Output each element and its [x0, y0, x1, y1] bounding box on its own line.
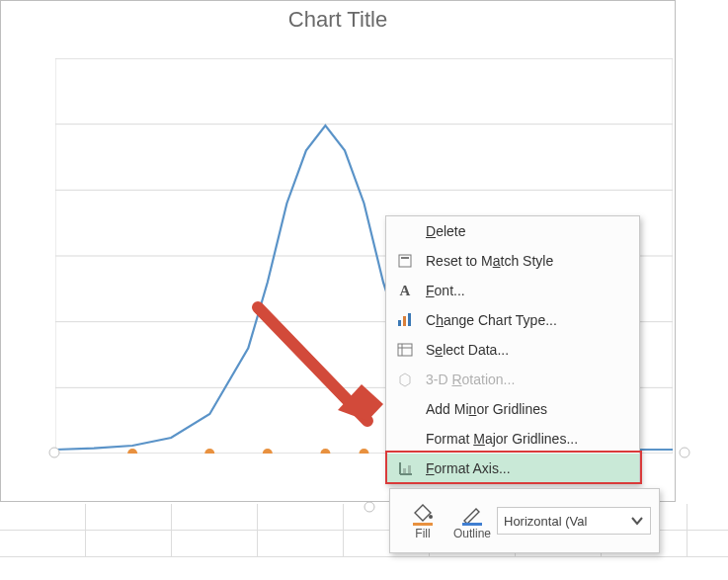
mini-toolbar: Fill Outline Horizontal (Val [389, 488, 660, 553]
chart-type-icon [394, 310, 416, 330]
blank-icon [394, 399, 416, 419]
fill-button[interactable]: Fill [398, 493, 447, 548]
svg-rect-36 [398, 320, 401, 326]
reset-icon [394, 251, 416, 271]
outline-button[interactable]: Outline [447, 493, 497, 548]
svg-rect-38 [408, 313, 411, 326]
chart-element-selector[interactable]: Horizontal (Val [497, 507, 651, 535]
svg-point-26 [263, 449, 273, 454]
context-menu: Delete Reset to Match Style A Font... Ch… [385, 215, 640, 484]
menu-format-major-gridlines[interactable]: Format Major Gridlines... [386, 424, 639, 454]
svg-point-28 [360, 449, 369, 454]
outline-pen-icon [458, 501, 486, 527]
cube-icon [394, 370, 416, 389]
svg-point-25 [204, 449, 214, 454]
font-icon: A [394, 281, 416, 300]
svg-rect-48 [413, 523, 433, 526]
svg-rect-39 [398, 344, 412, 356]
menu-delete[interactable]: Delete [386, 216, 639, 246]
chart-element-selector-value: Horizontal (Val [504, 514, 587, 529]
fill-label: Fill [415, 527, 430, 540]
svg-point-31 [680, 448, 689, 457]
select-data-icon [394, 340, 416, 360]
svg-point-47 [429, 515, 433, 519]
svg-rect-45 [403, 468, 406, 473]
axis-icon [394, 458, 416, 478]
chevron-down-icon [630, 514, 644, 528]
menu-format-axis[interactable]: Format Axis... [386, 454, 639, 483]
menu-reset-match-style[interactable]: Reset to Match Style [386, 246, 639, 276]
svg-marker-42 [400, 373, 410, 386]
menu-3d-rotation: 3-D Rotation... [386, 365, 639, 394]
menu-change-chart-type[interactable]: Change Chart Type... [386, 305, 639, 335]
svg-rect-46 [408, 465, 411, 473]
menu-select-data[interactable]: Select Data... [386, 335, 639, 365]
blank-icon [394, 221, 416, 241]
menu-font[interactable]: A Font... [386, 276, 639, 305]
svg-rect-34 [399, 255, 411, 267]
svg-rect-37 [403, 316, 406, 326]
svg-rect-35 [401, 257, 409, 259]
blank-icon [394, 429, 416, 449]
svg-point-27 [320, 449, 330, 454]
svg-rect-49 [462, 523, 482, 526]
svg-point-24 [127, 449, 137, 454]
chart-title: Chart Title [1, 7, 675, 33]
menu-add-minor-gridlines[interactable]: Add Minor Gridlines [386, 394, 639, 424]
outline-label: Outline [453, 527, 491, 540]
callout-arrow [258, 307, 383, 421]
fill-bucket-icon [409, 501, 437, 527]
x-axis-selection-handles[interactable] [127, 449, 368, 454]
